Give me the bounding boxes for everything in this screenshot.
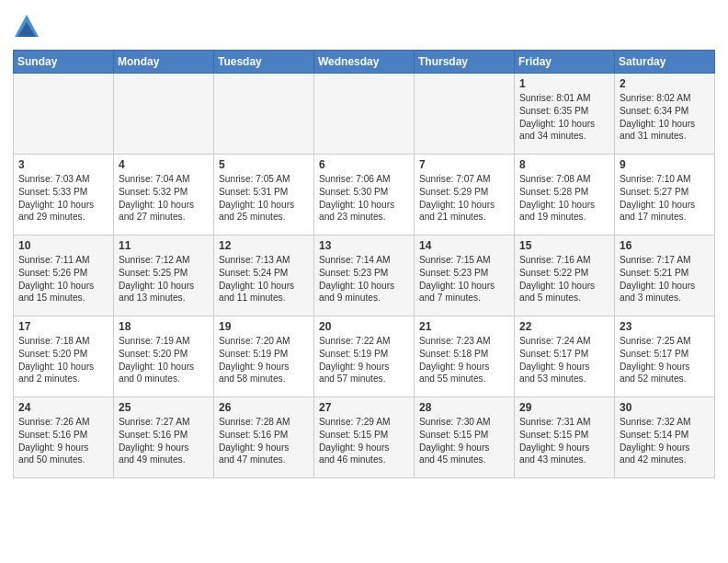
calendar-cell: 12Sunrise: 7:13 AM Sunset: 5:24 PM Dayli… [214, 236, 314, 316]
day-of-week-header: Tuesday [214, 51, 314, 74]
day-content: Sunrise: 7:13 AM Sunset: 5:24 PM Dayligh… [219, 254, 309, 304]
calendar-cell: 26Sunrise: 7:28 AM Sunset: 5:16 PM Dayli… [214, 397, 314, 478]
calendar-cell: 24Sunrise: 7:26 AM Sunset: 5:16 PM Dayli… [14, 397, 114, 478]
day-number: 23 [620, 320, 710, 333]
day-number: 1 [519, 77, 609, 90]
day-content: Sunrise: 7:27 AM Sunset: 5:16 PM Dayligh… [119, 416, 209, 466]
day-number: 3 [18, 158, 108, 171]
calendar-cell: 22Sunrise: 7:24 AM Sunset: 5:17 PM Dayli… [515, 316, 615, 397]
calendar-cell: 15Sunrise: 7:16 AM Sunset: 5:22 PM Dayli… [515, 236, 615, 316]
day-content: Sunrise: 7:06 AM Sunset: 5:30 PM Dayligh… [319, 173, 409, 224]
calendar-cell: 7Sunrise: 7:07 AM Sunset: 5:29 PM Daylig… [415, 155, 515, 236]
calendar-cell: 10Sunrise: 7:11 AM Sunset: 5:26 PM Dayli… [14, 236, 114, 316]
day-content: Sunrise: 7:32 AM Sunset: 5:14 PM Dayligh… [620, 416, 710, 466]
day-content: Sunrise: 7:30 AM Sunset: 5:15 PM Dayligh… [419, 416, 509, 466]
day-content: Sunrise: 7:05 AM Sunset: 5:31 PM Dayligh… [219, 173, 309, 224]
logo [13, 13, 45, 44]
calendar-cell: 2Sunrise: 8:02 AM Sunset: 6:34 PM Daylig… [615, 74, 715, 155]
header-row: SundayMondayTuesdayWednesdayThursdayFrid… [14, 51, 715, 74]
day-number: 20 [319, 320, 409, 333]
day-number: 18 [119, 320, 209, 333]
day-number: 19 [219, 320, 309, 333]
calendar-body: 1Sunrise: 8:01 AM Sunset: 6:35 PM Daylig… [14, 74, 715, 478]
calendar-cell: 19Sunrise: 7:20 AM Sunset: 5:19 PM Dayli… [214, 316, 314, 397]
calendar-cell: 17Sunrise: 7:18 AM Sunset: 5:20 PM Dayli… [14, 316, 114, 397]
day-number: 26 [219, 401, 309, 414]
day-content: Sunrise: 7:26 AM Sunset: 5:16 PM Dayligh… [18, 416, 108, 466]
day-number: 7 [419, 158, 509, 171]
calendar-cell: 3Sunrise: 7:03 AM Sunset: 5:33 PM Daylig… [14, 155, 114, 236]
day-of-week-header: Monday [114, 51, 214, 74]
calendar-cell [214, 74, 314, 155]
day-of-week-header: Saturday [615, 51, 715, 74]
day-content: Sunrise: 8:01 AM Sunset: 6:35 PM Dayligh… [519, 92, 609, 143]
day-content: Sunrise: 7:15 AM Sunset: 5:23 PM Dayligh… [419, 254, 509, 304]
day-content: Sunrise: 7:07 AM Sunset: 5:29 PM Dayligh… [419, 173, 509, 224]
day-content: Sunrise: 7:22 AM Sunset: 5:19 PM Dayligh… [319, 335, 409, 385]
day-content: Sunrise: 7:11 AM Sunset: 5:26 PM Dayligh… [18, 254, 108, 304]
day-number: 30 [620, 401, 710, 414]
page: SundayMondayTuesdayWednesdayThursdayFrid… [0, 0, 728, 488]
day-content: Sunrise: 7:04 AM Sunset: 5:32 PM Dayligh… [119, 173, 209, 224]
day-number: 9 [620, 158, 710, 171]
day-content: Sunrise: 7:23 AM Sunset: 5:18 PM Dayligh… [419, 335, 509, 385]
calendar-cell: 6Sunrise: 7:06 AM Sunset: 5:30 PM Daylig… [314, 155, 415, 236]
calendar-cell: 9Sunrise: 7:10 AM Sunset: 5:27 PM Daylig… [615, 155, 715, 236]
day-number: 15 [519, 239, 609, 252]
calendar-cell: 23Sunrise: 7:25 AM Sunset: 5:17 PM Dayli… [615, 316, 715, 397]
day-of-week-header: Wednesday [314, 51, 415, 74]
day-number: 13 [319, 239, 409, 252]
day-number: 10 [18, 239, 108, 252]
calendar-cell: 18Sunrise: 7:19 AM Sunset: 5:20 PM Dayli… [114, 316, 214, 397]
day-number: 28 [419, 401, 509, 414]
day-content: Sunrise: 8:02 AM Sunset: 6:34 PM Dayligh… [620, 92, 710, 143]
day-number: 29 [519, 401, 609, 414]
day-content: Sunrise: 7:31 AM Sunset: 5:15 PM Dayligh… [519, 416, 609, 466]
day-content: Sunrise: 7:14 AM Sunset: 5:23 PM Dayligh… [319, 254, 409, 304]
calendar-cell: 1Sunrise: 8:01 AM Sunset: 6:35 PM Daylig… [515, 74, 615, 155]
day-content: Sunrise: 7:03 AM Sunset: 5:33 PM Dayligh… [18, 173, 108, 224]
day-number: 25 [119, 401, 209, 414]
day-number: 6 [319, 158, 409, 171]
day-content: Sunrise: 7:17 AM Sunset: 5:21 PM Dayligh… [620, 254, 710, 304]
day-number: 12 [219, 239, 309, 252]
day-number: 14 [419, 239, 509, 252]
logo-icon [13, 13, 40, 40]
day-number: 4 [119, 158, 209, 171]
day-content: Sunrise: 7:20 AM Sunset: 5:19 PM Dayligh… [219, 335, 309, 385]
calendar-cell: 30Sunrise: 7:32 AM Sunset: 5:14 PM Dayli… [615, 397, 715, 478]
day-content: Sunrise: 7:25 AM Sunset: 5:17 PM Dayligh… [620, 335, 710, 385]
day-number: 22 [519, 320, 609, 333]
calendar-cell: 4Sunrise: 7:04 AM Sunset: 5:32 PM Daylig… [114, 155, 214, 236]
day-number: 2 [620, 77, 710, 90]
calendar-week-row: 17Sunrise: 7:18 AM Sunset: 5:20 PM Dayli… [14, 316, 715, 397]
calendar-cell: 21Sunrise: 7:23 AM Sunset: 5:18 PM Dayli… [415, 316, 515, 397]
day-number: 24 [18, 401, 108, 414]
day-content: Sunrise: 7:10 AM Sunset: 5:27 PM Dayligh… [620, 173, 710, 224]
calendar-header: SundayMondayTuesdayWednesdayThursdayFrid… [14, 51, 715, 74]
calendar-cell: 20Sunrise: 7:22 AM Sunset: 5:19 PM Dayli… [314, 316, 415, 397]
header [13, 9, 715, 44]
calendar-cell: 29Sunrise: 7:31 AM Sunset: 5:15 PM Dayli… [515, 397, 615, 478]
calendar-cell [314, 74, 415, 155]
calendar-cell: 16Sunrise: 7:17 AM Sunset: 5:21 PM Dayli… [615, 236, 715, 316]
day-number: 5 [219, 158, 309, 171]
calendar-cell: 14Sunrise: 7:15 AM Sunset: 5:23 PM Dayli… [415, 236, 515, 316]
day-number: 17 [18, 320, 108, 333]
calendar-week-row: 3Sunrise: 7:03 AM Sunset: 5:33 PM Daylig… [14, 155, 715, 236]
day-number: 27 [319, 401, 409, 414]
day-content: Sunrise: 7:28 AM Sunset: 5:16 PM Dayligh… [219, 416, 309, 466]
calendar-week-row: 1Sunrise: 8:01 AM Sunset: 6:35 PM Daylig… [14, 74, 715, 155]
calendar-cell: 5Sunrise: 7:05 AM Sunset: 5:31 PM Daylig… [214, 155, 314, 236]
calendar-cell: 28Sunrise: 7:30 AM Sunset: 5:15 PM Dayli… [415, 397, 515, 478]
calendar-cell: 27Sunrise: 7:29 AM Sunset: 5:15 PM Dayli… [314, 397, 415, 478]
calendar-week-row: 24Sunrise: 7:26 AM Sunset: 5:16 PM Dayli… [14, 397, 715, 478]
calendar-cell [415, 74, 515, 155]
day-content: Sunrise: 7:12 AM Sunset: 5:25 PM Dayligh… [119, 254, 209, 304]
day-number: 11 [119, 239, 209, 252]
day-content: Sunrise: 7:19 AM Sunset: 5:20 PM Dayligh… [119, 335, 209, 385]
day-of-week-header: Friday [515, 51, 615, 74]
day-number: 16 [620, 239, 710, 252]
calendar-table: SundayMondayTuesdayWednesdayThursdayFrid… [13, 50, 715, 478]
calendar-week-row: 10Sunrise: 7:11 AM Sunset: 5:26 PM Dayli… [14, 236, 715, 316]
